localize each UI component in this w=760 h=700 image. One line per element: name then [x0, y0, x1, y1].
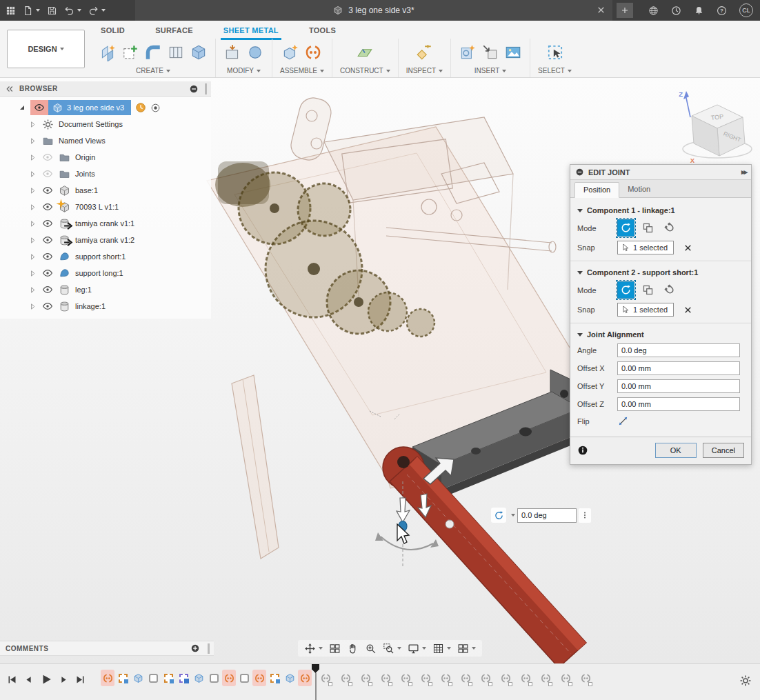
browser-item-leg[interactable]: leg:1	[0, 281, 211, 298]
browser-item-document-settings[interactable]: Document Settings	[0, 116, 211, 132]
timeline-feature-body[interactable]	[192, 670, 206, 686]
comments-scrollbar[interactable]	[208, 643, 210, 654]
expand-arrow-icon[interactable]	[29, 303, 37, 310]
app-grid-icon[interactable]	[6, 6, 16, 16]
browser-header[interactable]: BROWSER	[0, 81, 211, 97]
timeline-feature-joint-gray[interactable]	[579, 670, 592, 686]
visibility-eye-icon[interactable]	[42, 234, 53, 246]
construction-plane-button[interactable]	[356, 43, 374, 61]
browser-root-item[interactable]: 3 leg one side v3	[0, 99, 211, 116]
browser-item-joints[interactable]: Joints	[0, 166, 211, 182]
info-icon[interactable]	[577, 445, 588, 456]
timeline-feature-sketch2[interactable]	[177, 670, 190, 686]
timeline-feature-joint[interactable]	[298, 670, 312, 686]
notifications-bell-icon[interactable]	[694, 6, 704, 16]
expand-arrow-icon[interactable]	[29, 137, 37, 145]
timeline-feature-joint-gray[interactable]	[439, 670, 452, 686]
expand-arrow-icon[interactable]	[18, 103, 26, 112]
tab-surface[interactable]: SURFACE	[152, 22, 196, 40]
mode-motion-button[interactable]	[661, 219, 679, 237]
dialog-expand-icon[interactable]: ▸▸	[741, 168, 746, 177]
timeline-feature-joint-gray[interactable]	[539, 670, 552, 686]
profile-avatar[interactable]: CL	[739, 3, 753, 17]
skip-to-start-button[interactable]	[7, 674, 17, 685]
tab-tool-button[interactable]	[167, 43, 185, 61]
visibility-eye-icon[interactable]	[42, 168, 53, 179]
browser-item-tamiya-crank-2[interactable]: tamiya crank v1:2	[0, 232, 211, 248]
group-label-inspect[interactable]: INSPECT	[406, 67, 443, 77]
offset-y-input[interactable]	[617, 379, 740, 393]
history-clock-icon[interactable]	[135, 102, 146, 113]
tab-motion[interactable]: Motion	[619, 182, 659, 197]
timeline-feature-body[interactable]	[131, 670, 145, 686]
pan-button[interactable]	[302, 641, 325, 656]
save-button[interactable]	[47, 6, 57, 16]
new-tab-button[interactable]	[617, 3, 633, 18]
timeline-feature-joint-gray[interactable]	[499, 670, 512, 686]
joint-type-caret[interactable]	[511, 514, 515, 517]
timeline-position-marker[interactable]	[312, 664, 319, 700]
grid-settings-button[interactable]	[430, 641, 453, 656]
timeline-feature-plane[interactable]	[237, 670, 251, 686]
flip-icon[interactable]	[617, 415, 629, 427]
browser-item-linkage[interactable]: linkage:1	[0, 298, 211, 314]
measure-tool-button[interactable]	[415, 43, 433, 61]
timeline-feature-joint-gray[interactable]	[559, 670, 572, 686]
visibility-eye-icon[interactable]	[42, 268, 53, 279]
ok-button[interactable]: OK	[655, 443, 697, 458]
browser-item-70093[interactable]: 70093 L v1:1	[0, 199, 211, 215]
orbit-button[interactable]	[327, 641, 343, 656]
new-component-button[interactable]	[281, 43, 299, 61]
revolve-joint-icon[interactable]	[491, 508, 506, 523]
timeline-settings-gear-icon[interactable]	[739, 674, 752, 687]
timeline-feature-joint-gray[interactable]	[479, 670, 492, 686]
timeline-feature-joint-gray[interactable]	[339, 670, 352, 686]
expand-arrow-icon[interactable]	[29, 220, 37, 228]
skip-to-end-button[interactable]	[75, 674, 86, 685]
expand-arrow-icon[interactable]	[29, 237, 37, 244]
display-toggle-icon[interactable]	[189, 84, 199, 94]
dialog-grip-icon[interactable]	[575, 168, 584, 177]
cancel-button[interactable]: Cancel	[703, 443, 744, 458]
timeline-feature-plane[interactable]	[207, 670, 221, 686]
timeline-feature-joint-gray[interactable]	[359, 670, 372, 686]
section-component-2[interactable]: Component 2 - support short:1	[577, 268, 744, 277]
create-sketch-button[interactable]	[121, 43, 139, 61]
browser-item-named-views[interactable]: Named Views	[0, 132, 211, 149]
snap-selection-button[interactable]: 1 selected	[617, 241, 674, 254]
activate-radio-icon[interactable]	[150, 103, 161, 113]
timeline-feature-joint-gray[interactable]	[319, 670, 332, 686]
browser-item-base[interactable]: base:1	[0, 182, 211, 199]
zoom-window-button[interactable]	[381, 641, 403, 656]
redo-button[interactable]	[88, 6, 106, 16]
visibility-eye-icon[interactable]	[42, 152, 53, 163]
group-label-assemble[interactable]: ASSEMBLE	[280, 67, 324, 77]
insert-svg-button[interactable]	[459, 43, 477, 61]
timeline-feature-joint[interactable]	[222, 670, 236, 686]
select-tool-button[interactable]	[546, 43, 564, 61]
extensions-globe-icon[interactable]	[648, 6, 659, 16]
tab-sheet-metal[interactable]: SHEET METAL	[221, 22, 281, 40]
tab-solid[interactable]: SOLID	[98, 22, 128, 40]
timeline-feature-body[interactable]	[283, 670, 297, 686]
snap-selection-button[interactable]: 1 selected	[617, 303, 674, 317]
close-tab-icon[interactable]	[597, 6, 606, 14]
expand-arrow-icon[interactable]	[29, 187, 37, 194]
mode-simple-button[interactable]	[617, 219, 634, 237]
group-label-insert[interactable]: INSERT	[474, 67, 507, 77]
timeline-feature-sketch[interactable]	[161, 670, 175, 686]
clear-selection-icon[interactable]	[683, 243, 692, 252]
timeline-feature-joint-gray[interactable]	[519, 670, 532, 686]
convert-tool-button[interactable]	[190, 43, 208, 61]
bend-tool-button[interactable]	[144, 43, 162, 61]
offset-x-input[interactable]	[617, 361, 740, 375]
visibility-eye-icon[interactable]	[42, 301, 53, 312]
add-comment-icon[interactable]	[190, 643, 200, 653]
mode-between-faces-button[interactable]	[639, 281, 657, 299]
timeline-feature-joint[interactable]	[252, 670, 266, 686]
display-settings-button[interactable]	[406, 641, 428, 656]
section-component-1[interactable]: Component 1 - linkage:1	[577, 206, 744, 214]
expand-arrow-icon[interactable]	[29, 270, 37, 277]
expand-arrow-icon[interactable]	[29, 203, 37, 211]
step-back-button[interactable]	[23, 674, 34, 685]
